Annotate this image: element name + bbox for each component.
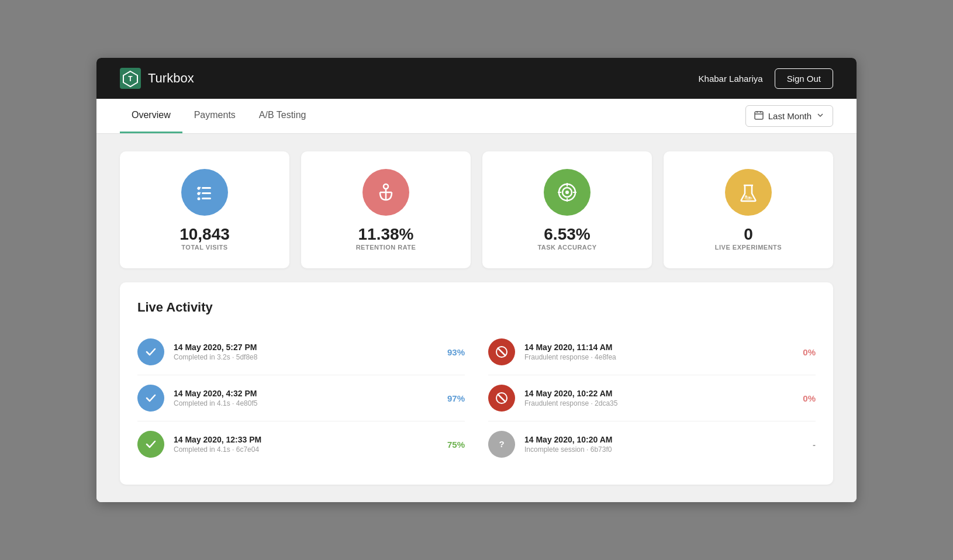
activity-status-icon	[137, 385, 164, 412]
svg-line-28	[498, 348, 506, 356]
date-filter-label: Last Month	[768, 111, 812, 121]
tab-payments[interactable]: Payments	[182, 99, 247, 133]
stat-cards-grid: 10,843 TOTAL VISITS 11.38% RETENTION R	[120, 151, 833, 268]
retention-rate-info: 11.38% RETENTION RATE	[356, 225, 416, 251]
svg-rect-3	[755, 112, 763, 119]
calendar-icon	[754, 110, 764, 122]
total-visits-info: 10,843 TOTAL VISITS	[179, 225, 230, 251]
total-visits-label: TOTAL VISITS	[179, 244, 230, 251]
stat-card-total-visits: 10,843 TOTAL VISITS	[120, 151, 289, 268]
activity-column: 14 May 2020, 5:27 PM Completed in 3.2s ·…	[137, 329, 465, 467]
activity-sub: Fraudulent response · 4e8fea	[524, 353, 793, 361]
total-visits-value: 10,843	[179, 225, 230, 244]
svg-point-26	[749, 197, 751, 199]
stat-card-task-accuracy: 6.53% TASK ACCURACY	[482, 151, 652, 268]
task-accuracy-icon-circle	[544, 169, 591, 216]
retention-rate-value: 11.38%	[356, 225, 416, 244]
svg-text:?: ?	[499, 439, 504, 449]
live-activity-panel: Live Activity 14 May 2020, 5:27 PM Compl…	[120, 282, 833, 485]
svg-text:T: T	[128, 75, 133, 83]
main-content: 10,843 TOTAL VISITS 11.38% RETENTION R	[96, 134, 857, 502]
live-experiments-icon-circle	[725, 169, 772, 216]
header: T Turkbox Khabar Lahariya Sign Out	[96, 58, 857, 99]
activity-score: -	[813, 440, 816, 450]
sign-out-button[interactable]: Sign Out	[775, 68, 833, 89]
retention-rate-label: RETENTION RATE	[356, 244, 416, 251]
task-accuracy-info: 6.53% TASK ACCURACY	[537, 225, 596, 251]
activity-status-icon	[488, 338, 515, 365]
list-icon	[193, 181, 216, 204]
activity-sub: Fraudulent response · 2dca35	[524, 399, 793, 407]
tab-ab-testing[interactable]: A/B Testing	[247, 99, 318, 133]
activity-info: 14 May 2020, 11:14 AM Fraudulent respons…	[524, 343, 793, 361]
activity-info: 14 May 2020, 4:32 PM Completed in 4.1s ·…	[174, 389, 438, 407]
activity-status-icon: ?	[488, 431, 515, 458]
tab-overview[interactable]: Overview	[120, 99, 182, 133]
activity-status-icon	[137, 431, 164, 458]
activity-score: 75%	[447, 440, 465, 450]
main-window: T Turkbox Khabar Lahariya Sign Out Overv…	[96, 58, 857, 502]
activity-grid: 14 May 2020, 5:27 PM Completed in 3.2s ·…	[137, 329, 816, 467]
flask-icon	[737, 181, 760, 204]
activity-item: 14 May 2020, 5:27 PM Completed in 3.2s ·…	[137, 329, 465, 375]
retention-rate-icon-circle	[362, 169, 409, 216]
svg-point-18	[565, 191, 569, 194]
logo-area: T Turkbox	[120, 68, 194, 89]
activity-date: 14 May 2020, 4:32 PM	[174, 389, 438, 398]
live-activity-title: Live Activity	[137, 300, 816, 315]
svg-rect-12	[202, 198, 211, 199]
activity-info: 14 May 2020, 10:20 AM Incomplete session…	[524, 435, 803, 454]
task-accuracy-label: TASK ACCURACY	[537, 244, 596, 251]
activity-status-icon	[488, 385, 515, 412]
activity-score: 93%	[447, 347, 465, 357]
svg-point-11	[198, 198, 201, 201]
activity-item: 14 May 2020, 12:33 PM Completed in 4.1s …	[137, 421, 465, 467]
anchor-icon	[374, 181, 398, 204]
activity-score: 0%	[803, 393, 816, 403]
activity-sub: Incomplete session · 6b73f0	[524, 445, 803, 454]
live-experiments-label: LIVE EXPERIMENTS	[715, 244, 782, 251]
activity-info: 14 May 2020, 5:27 PM Completed in 3.2s ·…	[174, 343, 438, 361]
stat-card-retention-rate: 11.38% RETENTION RATE	[301, 151, 471, 268]
activity-sub: Completed in 4.1s · 4e80f5	[174, 399, 438, 407]
activity-score: 97%	[447, 393, 465, 403]
svg-rect-10	[202, 192, 211, 194]
svg-line-30	[498, 394, 506, 402]
activity-date: 14 May 2020, 12:33 PM	[174, 435, 438, 444]
activity-date: 14 May 2020, 5:27 PM	[174, 343, 438, 352]
svg-rect-8	[202, 187, 211, 189]
user-name: Khabar Lahariya	[699, 74, 763, 84]
activity-score: 0%	[803, 347, 816, 357]
activity-date: 14 May 2020, 11:14 AM	[524, 343, 793, 352]
activity-item: 14 May 2020, 11:14 AM Fraudulent respons…	[488, 329, 816, 375]
svg-point-13	[384, 184, 388, 189]
activity-status-icon	[137, 338, 164, 365]
logo-text: Turkbox	[148, 71, 194, 86]
activity-info: 14 May 2020, 10:22 AM Fraudulent respons…	[524, 389, 793, 407]
activity-item: 14 May 2020, 10:22 AM Fraudulent respons…	[488, 375, 816, 421]
activity-item: 14 May 2020, 4:32 PM Completed in 4.1s ·…	[137, 375, 465, 421]
target-icon	[555, 181, 579, 204]
activity-column: 14 May 2020, 11:14 AM Fraudulent respons…	[488, 329, 816, 467]
live-experiments-info: 0 LIVE EXPERIMENTS	[715, 225, 782, 251]
svg-point-25	[745, 195, 747, 198]
nav-tabs: Overview Payments A/B Testing	[120, 99, 317, 133]
stat-card-live-experiments: 0 LIVE EXPERIMENTS	[664, 151, 833, 268]
chevron-down-icon	[816, 111, 824, 121]
total-visits-icon-circle	[181, 169, 228, 216]
logo-icon: T	[120, 68, 141, 89]
activity-date: 14 May 2020, 10:22 AM	[524, 389, 793, 398]
activity-info: 14 May 2020, 12:33 PM Completed in 4.1s …	[174, 435, 438, 454]
activity-sub: Completed in 3.2s · 5df8e8	[174, 353, 438, 361]
task-accuracy-value: 6.53%	[537, 225, 596, 244]
header-right: Khabar Lahariya Sign Out	[699, 68, 833, 89]
activity-sub: Completed in 4.1s · 6c7e04	[174, 445, 438, 454]
date-filter-dropdown[interactable]: Last Month	[745, 105, 833, 127]
nav-bar: Overview Payments A/B Testing Last Month	[96, 99, 857, 134]
activity-item: ? 14 May 2020, 10:20 AM Incomplete sessi…	[488, 421, 816, 467]
live-experiments-value: 0	[715, 225, 782, 244]
activity-date: 14 May 2020, 10:20 AM	[524, 435, 803, 444]
